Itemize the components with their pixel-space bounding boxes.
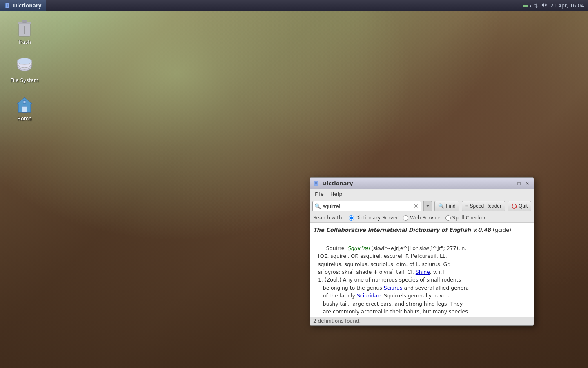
spell-checker-radio[interactable] [445, 215, 451, 221]
filesystem-svg [16, 58, 33, 74]
search-with-label: Search with: [313, 215, 344, 221]
dictionary-window: Dictionary ─ □ ✕ File Help 🔍 ✕ ▼ 🔍 Find [310, 177, 534, 326]
close-button[interactable]: ✕ [524, 180, 530, 187]
trash-label: Trash [18, 39, 31, 45]
desktop: Dictionary ⇅ 21 Apr, 16:04 [0, 0, 588, 368]
trash-icon-image [15, 18, 34, 38]
web-service-radio-group[interactable]: Web Service [403, 215, 440, 221]
search-magnifier-icon: 🔍 [314, 203, 321, 209]
dictionary-menubar: File Help [310, 189, 534, 199]
svg-rect-8 [22, 20, 27, 22]
quit-icon: ⏻ [511, 203, 517, 209]
spell-checker-label: Spell Checker [452, 215, 486, 221]
search-with-row: Search with: Dictionary Server Web Servi… [310, 213, 534, 223]
quit-button[interactable]: ⏻ Quit [508, 201, 531, 211]
spell-checker-radio-group[interactable]: Spell Checker [445, 215, 486, 221]
dict-server-label: Dictionary Server [356, 215, 399, 221]
dictionary-titlebar: Dictionary ─ □ ✕ [310, 178, 534, 189]
minimize-button[interactable]: ─ [508, 180, 514, 187]
battery-icon [523, 2, 530, 9]
pronunciation-text: Squir"rel [347, 245, 370, 251]
speaker-svg [541, 2, 547, 8]
filesystem-label: File System [11, 78, 39, 83]
trash-icon-item[interactable]: Trash [8, 16, 41, 47]
titlebar-buttons: ─ □ ✕ [508, 180, 530, 187]
svg-rect-22 [314, 181, 318, 186]
sciurus-link[interactable]: Sciurus [384, 285, 403, 291]
filesystem-icon-item[interactable]: File System [8, 55, 41, 85]
home-icon-item[interactable]: Home [8, 93, 41, 123]
taskbar-left: Dictionary [0, 0, 523, 11]
taskbar-clock: 21 Apr, 16:04 [550, 3, 584, 9]
trash-svg [16, 18, 33, 37]
desktop-icons: Trash File System [8, 16, 41, 123]
taskbar: Dictionary ⇅ 21 Apr, 16:04 [0, 0, 588, 11]
definition-content[interactable]: The Collaborative International Dictiona… [310, 223, 534, 317]
search-dropdown-button[interactable]: ▼ [423, 201, 432, 211]
sciuridae-link[interactable]: Sciuridae [357, 293, 381, 299]
dict-server-radio[interactable] [349, 215, 354, 221]
dictionary-window-icon [313, 180, 320, 187]
source-title-text: The Collaborative International Dictiona… [313, 227, 491, 233]
audio-io-icon: ⇅ [533, 2, 538, 9]
search-input[interactable] [323, 203, 413, 209]
search-box: 🔍 ✕ [312, 201, 421, 211]
speed-reader-icon: ≡ [466, 203, 468, 209]
shine-link[interactable]: Shine [416, 269, 430, 275]
web-service-label: Web Service [410, 215, 440, 221]
definition-source-title: The Collaborative International Dictiona… [313, 226, 530, 234]
taskbar-right: ⇅ 21 Apr, 16:04 [523, 2, 588, 9]
dictionary-toolbar: 🔍 ✕ ▼ 🔍 Find ≡ Speed Reader ⏻ Quit [310, 199, 534, 213]
definition-body: Squirrel Squir"rel (skwĭr~e]r[e^]l or sk… [313, 237, 530, 317]
dictionary-statusbar: 2 definitions found. [310, 317, 534, 325]
source-id-text: (gcide) [493, 227, 511, 233]
dictionary-window-title: Dictionary [322, 180, 353, 186]
status-text: 2 definitions found. [313, 318, 361, 324]
web-service-radio[interactable] [403, 215, 408, 221]
file-menu[interactable]: File [312, 190, 327, 198]
find-button[interactable]: 🔍 Find [434, 201, 459, 211]
filesystem-icon-image [15, 56, 34, 76]
volume-icon [541, 2, 547, 9]
help-menu[interactable]: Help [327, 190, 346, 198]
svg-rect-19 [23, 101, 26, 103]
maximize-button[interactable]: □ [516, 180, 522, 187]
find-icon: 🔍 [438, 203, 444, 209]
titlebar-left: Dictionary [313, 180, 353, 187]
home-svg [16, 96, 33, 113]
taskbar-dictionary-button[interactable]: Dictionary [0, 0, 46, 11]
speed-reader-label: Speed Reader [470, 203, 501, 209]
quit-label: Quit [519, 203, 528, 209]
dictionary-taskbar-icon [4, 2, 11, 9]
svg-marker-5 [542, 3, 544, 7]
taskbar-app-label: Dictionary [13, 3, 42, 9]
squirrel-word: Squirrel [326, 245, 347, 251]
home-icon-image [15, 95, 34, 114]
speed-reader-button[interactable]: ≡ Speed Reader [462, 201, 505, 211]
svg-rect-18 [22, 106, 27, 112]
clear-search-button[interactable]: ✕ [413, 203, 419, 209]
home-label: Home [17, 116, 31, 122]
dict-server-radio-group[interactable]: Dictionary Server [349, 215, 399, 221]
find-label: Find [446, 203, 455, 209]
svg-point-15 [17, 58, 32, 64]
